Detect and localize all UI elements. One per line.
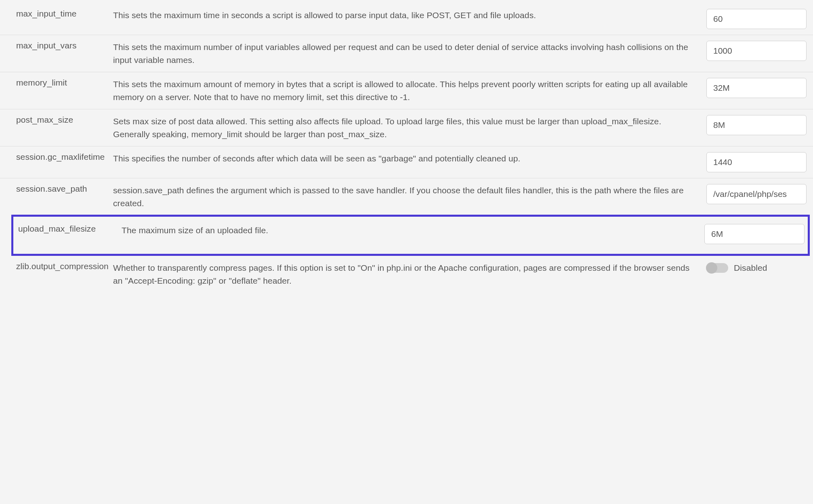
setting-row-zlib-output-compression: zlib.output_compressionWhether to transp… xyxy=(0,256,813,293)
setting-control xyxy=(706,9,813,29)
php-settings-table: max_input_timeThis sets the maximum time… xyxy=(0,0,813,293)
setting-control: Disabled xyxy=(706,261,813,273)
setting-name: session.save_path xyxy=(0,184,113,194)
setting-row-max-input-time: max_input_timeThis sets the maximum time… xyxy=(0,0,813,35)
setting-control xyxy=(704,224,808,244)
setting-name: memory_limit xyxy=(0,78,113,88)
toggle-wrap: Disabled xyxy=(706,261,807,273)
setting-description: Sets max size of post data allowed. This… xyxy=(113,115,706,140)
toggle-knob xyxy=(706,262,717,274)
setting-value-input[interactable] xyxy=(706,41,807,61)
setting-row-post-max-size: post_max_sizeSets max size of post data … xyxy=(0,109,813,146)
setting-row-session-gc-maxlifetime: session.gc_maxlifetimeThis specifies the… xyxy=(0,146,813,178)
toggle-label: Disabled xyxy=(734,263,767,273)
setting-row-max-input-vars: max_input_varsThis sets the maximum numb… xyxy=(0,35,813,72)
setting-value-input[interactable] xyxy=(706,78,807,98)
setting-control xyxy=(706,152,813,172)
setting-name: zlib.output_compression xyxy=(0,261,113,271)
setting-value-input[interactable] xyxy=(706,152,807,172)
setting-row-memory-limit: memory_limitThis sets the maximum amount… xyxy=(0,72,813,109)
setting-description: This sets the maximum time in seconds a … xyxy=(113,9,706,22)
setting-description: session.save_path defines the argument w… xyxy=(113,184,706,209)
setting-control xyxy=(706,78,813,98)
setting-description: The maximum size of an uploaded file. xyxy=(122,224,704,237)
setting-control xyxy=(706,115,813,135)
setting-description: This sets the maximum number of input va… xyxy=(113,41,706,66)
setting-name: max_input_time xyxy=(0,9,113,19)
setting-description: This sets the maximum amount of memory i… xyxy=(113,78,706,103)
setting-name: upload_max_filesize xyxy=(13,224,122,234)
setting-value-input[interactable] xyxy=(706,9,807,29)
setting-name: post_max_size xyxy=(0,115,113,125)
setting-name: session.gc_maxlifetime xyxy=(0,152,113,162)
setting-value-input[interactable] xyxy=(704,224,805,244)
setting-description: This specifies the number of seconds aft… xyxy=(113,152,706,165)
setting-value-input[interactable] xyxy=(706,184,807,204)
setting-description: Whether to transparently compress pages.… xyxy=(113,261,706,287)
setting-name: max_input_vars xyxy=(0,41,113,50)
toggle-switch[interactable] xyxy=(706,263,728,273)
setting-control xyxy=(706,41,813,61)
setting-value-input[interactable] xyxy=(706,115,807,135)
setting-row-upload-max-filesize: upload_max_filesizeThe maximum size of a… xyxy=(11,215,810,256)
setting-control xyxy=(706,184,813,204)
setting-row-session-save-path: session.save_pathsession.save_path defin… xyxy=(0,178,813,215)
